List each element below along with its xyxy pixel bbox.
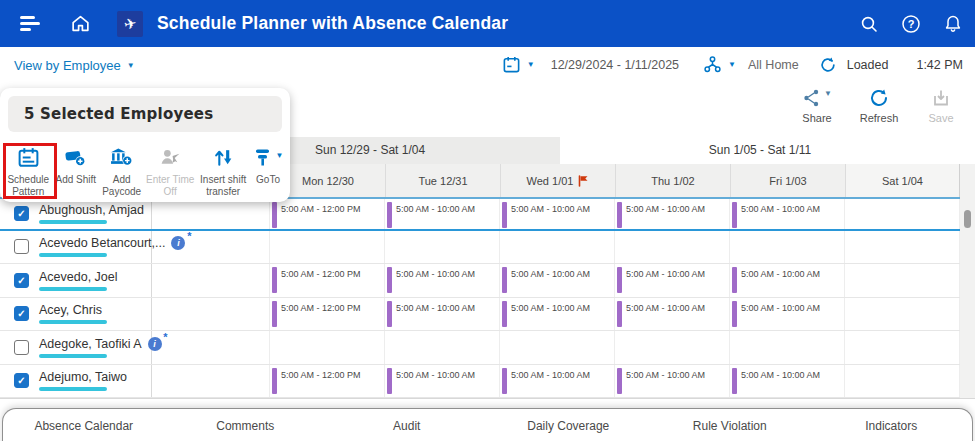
empty-schedule-cell[interactable] — [270, 231, 385, 264]
hyperfind-org-icon[interactable]: ▼ — [703, 55, 736, 74]
empty-schedule-cell[interactable] — [730, 331, 845, 364]
empty-schedule-cell[interactable] — [500, 231, 615, 264]
shift-cell[interactable]: 5:00 AM - 10:00 AM — [730, 365, 845, 398]
empty-schedule-cell[interactable] — [845, 199, 960, 229]
empty-schedule-cell[interactable] — [845, 365, 960, 398]
employee-checkbox[interactable] — [14, 273, 29, 288]
employee-name: Acevedo, Joel — [39, 270, 118, 284]
save-button[interactable]: Save — [917, 88, 965, 124]
empty-schedule-cell[interactable] — [845, 298, 960, 331]
insert-shift-transfer-button[interactable]: Insert shift transfer — [196, 142, 250, 198]
refresh-label: Refresh — [860, 112, 899, 124]
empty-schedule-cell[interactable] — [730, 231, 845, 264]
week-tab-2[interactable]: Sun 1/05 - Sat 1/11 — [560, 137, 960, 164]
shift-cell[interactable]: 5:00 AM - 10:00 AM — [730, 199, 845, 229]
shift-cell[interactable]: 5:00 AM - 12:00 PM — [270, 298, 385, 331]
shift-color-bar — [617, 368, 622, 394]
tab-comments[interactable]: Comments — [165, 409, 327, 441]
tab-daily-coverage[interactable]: Daily Coverage — [488, 409, 650, 441]
tab-rule-violation[interactable]: Rule Violation — [649, 409, 811, 441]
employee-row: Adegoke, Taofiki Ai* — [0, 331, 960, 365]
empty-schedule-cell[interactable] — [615, 231, 730, 264]
vertical-scrollbar[interactable] — [960, 164, 975, 398]
schedule-pattern-button[interactable]: Schedule Pattern — [4, 142, 53, 198]
refresh-button[interactable]: Refresh — [855, 88, 903, 124]
scrollbar-thumb[interactable] — [964, 210, 971, 228]
shift-cell[interactable]: 5:00 AM - 10:00 AM — [730, 264, 845, 297]
shift-cell[interactable]: 5:00 AM - 10:00 AM — [385, 298, 500, 331]
toolbar-row: View by Employee ▼ ▼ 12/29/2024 - 1/11/2… — [0, 47, 975, 85]
empty-schedule-cell[interactable] — [500, 331, 615, 364]
employee-checkbox[interactable] — [14, 206, 29, 221]
empty-schedule-cell[interactable] — [152, 199, 270, 229]
schedule-grid: Abughoush, Amjad5:00 AM - 12:00 PM5:00 A… — [0, 197, 960, 398]
shift-color-bar — [732, 301, 737, 327]
empty-schedule-cell[interactable] — [152, 298, 270, 331]
shift-cell[interactable]: 5:00 AM - 12:00 PM — [270, 365, 385, 398]
employee-name-cell: Abughoush, Amjad — [0, 199, 152, 229]
shift-cell[interactable]: 5:00 AM - 10:00 AM — [615, 298, 730, 331]
shift-cell[interactable]: 5:00 AM - 10:00 AM — [500, 298, 615, 331]
add-paycode-button[interactable]: Add Paycode — [99, 142, 144, 198]
shift-cell[interactable]: 5:00 AM - 10:00 AM — [730, 298, 845, 331]
shift-cell[interactable]: 5:00 AM - 12:00 PM — [270, 199, 385, 229]
sync-icon[interactable] — [819, 56, 837, 74]
empty-schedule-cell[interactable] — [845, 331, 960, 364]
shift-cell[interactable]: 5:00 AM - 10:00 AM — [615, 365, 730, 398]
shift-cell[interactable]: 5:00 AM - 10:00 AM — [500, 365, 615, 398]
shift-time-label: 5:00 AM - 10:00 AM — [511, 370, 590, 380]
empty-schedule-cell[interactable] — [152, 365, 270, 398]
search-icon[interactable] — [859, 14, 879, 34]
empty-schedule-cell[interactable] — [385, 331, 500, 364]
empty-schedule-cell[interactable] — [270, 331, 385, 364]
shift-color-bar — [387, 368, 392, 394]
week-tab-1[interactable]: Sun 12/29 - Sat 1/04 — [285, 137, 560, 164]
employee-checkbox[interactable] — [14, 373, 29, 388]
employee-checkbox[interactable] — [14, 340, 29, 355]
shift-cell[interactable]: 5:00 AM - 12:00 PM — [270, 264, 385, 297]
empty-schedule-cell[interactable] — [845, 264, 960, 297]
shift-time-label: 5:00 AM - 12:00 PM — [281, 269, 361, 279]
goto-button[interactable]: ▼ GoTo — [250, 142, 286, 186]
shift-color-bar — [502, 267, 507, 293]
refresh-icon — [869, 88, 889, 108]
shift-cell[interactable]: 5:00 AM - 10:00 AM — [385, 199, 500, 229]
enter-time-off-icon — [159, 146, 182, 169]
empty-schedule-cell[interactable] — [615, 331, 730, 364]
enter-time-off-button: Enter Time Off — [144, 142, 196, 198]
shift-cell[interactable]: 5:00 AM - 10:00 AM — [385, 365, 500, 398]
shift-cell[interactable]: 5:00 AM - 10:00 AM — [500, 264, 615, 297]
view-by-dropdown[interactable]: View by Employee ▼ — [14, 58, 135, 73]
share-button[interactable]: ▼ Share — [793, 88, 841, 124]
action-bar: ▼ Share Refresh Save — [793, 88, 965, 124]
day-header-wed-1-01: Wed 1/01 — [500, 164, 615, 197]
shift-cell[interactable]: 5:00 AM - 10:00 AM — [500, 199, 615, 229]
add-shift-button[interactable]: Add Shift — [53, 142, 100, 186]
date-range-label: 12/29/2024 - 1/11/2025 — [551, 58, 679, 72]
help-icon[interactable]: ? — [901, 14, 921, 34]
scheduled-hours-bar — [39, 354, 107, 358]
empty-schedule-cell[interactable] — [152, 264, 270, 297]
page-title: Schedule Planner with Absence Calendar — [157, 13, 508, 34]
holiday-flag-icon — [578, 175, 589, 187]
employee-checkbox[interactable] — [14, 239, 29, 254]
menu-icon[interactable] — [20, 13, 42, 35]
shift-time-label: 5:00 AM - 10:00 AM — [626, 370, 705, 380]
shift-cell[interactable]: 5:00 AM - 10:00 AM — [615, 264, 730, 297]
calendar-dropdown-icon[interactable]: ▼ — [502, 55, 535, 74]
shift-cell[interactable]: 5:00 AM - 10:00 AM — [615, 199, 730, 229]
tab-audit[interactable]: Audit — [326, 409, 488, 441]
notifications-icon[interactable] — [943, 14, 963, 34]
tab-indicators[interactable]: Indicators — [811, 409, 973, 441]
empty-schedule-cell[interactable] — [385, 231, 500, 264]
grid-bottom-divider — [0, 398, 975, 399]
empty-schedule-cell[interactable] — [845, 231, 960, 264]
employee-checkbox[interactable] — [14, 306, 29, 321]
shift-time-label: 5:00 AM - 10:00 AM — [511, 269, 590, 279]
home-icon[interactable] — [70, 13, 91, 34]
shift-time-label: 5:00 AM - 10:00 AM — [741, 269, 820, 279]
shift-cell[interactable]: 5:00 AM - 10:00 AM — [385, 264, 500, 297]
empty-schedule-cell[interactable] — [152, 331, 270, 364]
tab-absence-calendar[interactable]: Absence Calendar — [3, 409, 165, 441]
empty-schedule-cell[interactable] — [152, 231, 270, 264]
